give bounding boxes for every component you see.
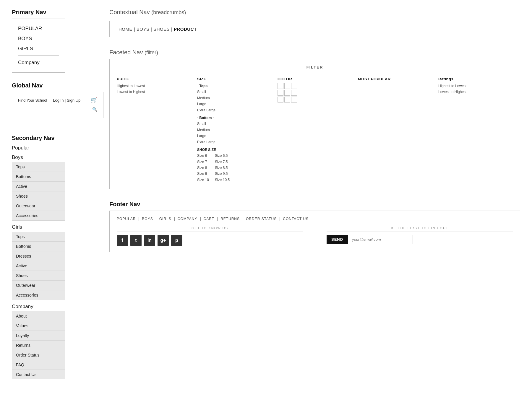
googleplus-icon[interactable]: g+ <box>158 235 169 246</box>
shoe-10-5[interactable]: Size 10.5 <box>215 177 230 183</box>
tops-small[interactable]: Small <box>197 89 272 95</box>
search-icon[interactable]: 🔍 <box>92 107 97 112</box>
color-swatch-4[interactable] <box>278 90 283 96</box>
shoe-9[interactable]: Size 9 <box>197 171 209 177</box>
secondary-nav-girls-accessories[interactable]: Accessories <box>12 290 65 300</box>
footer-nav-section: Footer Nav POPULAR BOYS GIRLS COMPANY CA… <box>109 201 520 252</box>
shoe-size-label: SHOE SIZE <box>197 147 272 153</box>
secondary-nav-girls-active[interactable]: Active <box>12 261 65 271</box>
tops-large[interactable]: Large <box>197 101 272 107</box>
color-swatch-9[interactable] <box>291 97 297 102</box>
secondary-nav-popular-header: Popular <box>12 145 65 151</box>
global-nav-title: Global Nav <box>12 82 100 89</box>
secondary-nav-about[interactable]: About <box>12 311 65 321</box>
secondary-nav-boys-tops[interactable]: Tops <box>12 162 65 172</box>
secondary-nav-boys-active[interactable]: Active <box>12 182 65 191</box>
shoe-6[interactable]: Size 6 <box>197 153 209 159</box>
secondary-nav-title: Secondary Nav <box>12 135 100 141</box>
contextual-nav-section: Contextual Nav (breadcrumbs) HOME | BOYS… <box>109 9 520 37</box>
linkedin-icon[interactable]: in <box>144 235 155 246</box>
bottom-small[interactable]: Small <box>197 121 272 127</box>
ratings-header: Ratings <box>438 77 513 81</box>
breadcrumb-shoes[interactable]: SHOES <box>153 27 170 32</box>
breadcrumb-home[interactable]: HOME <box>119 27 132 32</box>
bottom-medium[interactable]: Medium <box>197 127 272 133</box>
bottom-xlarge[interactable]: Extra Large <box>197 139 272 145</box>
email-input[interactable] <box>348 235 413 244</box>
price-lowest[interactable]: Lowest to Highest <box>117 89 191 95</box>
facebook-icon[interactable]: f <box>117 235 128 246</box>
color-swatch-3[interactable] <box>291 83 297 89</box>
footer-nav-title: Footer Nav <box>109 201 520 208</box>
ratings-lowest[interactable]: Lowest to Highest <box>438 89 513 95</box>
color-swatch-7[interactable] <box>278 97 283 102</box>
footer-link-girls[interactable]: GIRLS <box>156 217 175 221</box>
secondary-nav-boys-header: Boys <box>12 154 65 160</box>
secondary-nav-returns[interactable]: Returns <box>12 341 65 350</box>
secondary-nav-section: Secondary Nav Popular Boys Tops Bottoms … <box>12 135 100 379</box>
primary-nav-company[interactable]: Company <box>18 58 59 68</box>
color-swatch-8[interactable] <box>284 97 290 102</box>
twitter-icon[interactable]: t <box>130 235 142 246</box>
footer-link-contact-us[interactable]: CONTACT US <box>280 217 312 221</box>
secondary-nav-loyalty[interactable]: Loyalty <box>12 331 65 341</box>
secondary-nav-company-header: Company <box>12 304 65 310</box>
primary-nav-section: Primary Nav POPULAR BOYS GIRLS Company <box>12 9 100 73</box>
color-swatch-6[interactable] <box>291 90 297 96</box>
secondary-nav-girls-outerwear[interactable]: Outerwear <box>12 281 65 290</box>
secondary-nav-girls-tops[interactable]: Tops <box>12 232 65 242</box>
primary-nav-girls[interactable]: GIRLS <box>18 44 59 54</box>
shoe-7-5[interactable]: Size 7.5 <box>215 159 230 165</box>
footer-link-boys[interactable]: BOYS <box>139 217 156 221</box>
shoe-8[interactable]: Size 8 <box>197 165 209 171</box>
faceted-box: FILTER PRICE Highest to Lowest Lowest to… <box>109 59 520 189</box>
faceted-color-col: COLOR <box>278 77 352 102</box>
find-school-link[interactable]: Find Your School <box>18 98 47 102</box>
tops-medium[interactable]: Medium <box>197 95 272 101</box>
secondary-nav-girls-shoes[interactable]: Shoes <box>12 271 65 281</box>
faceted-nav-title: Faceted Nav (filter) <box>109 49 520 56</box>
color-swatch-5[interactable] <box>284 90 290 96</box>
shoe-9-5[interactable]: Size 9.5 <box>215 171 230 177</box>
secondary-nav-boys-bottoms[interactable]: Bottoms <box>12 172 65 182</box>
shoe-6-5[interactable]: Size 6.5 <box>215 153 230 159</box>
footer-link-returns[interactable]: RETURNS <box>218 217 243 221</box>
footer-link-company[interactable]: COMPANY <box>175 217 201 221</box>
faceted-cols: PRICE Highest to Lowest Lowest to Highes… <box>117 77 513 183</box>
shoe-8-5[interactable]: Size 8.5 <box>215 165 230 171</box>
primary-nav-popular[interactable]: POPULAR <box>18 24 59 34</box>
secondary-nav-values[interactable]: Values <box>12 321 65 331</box>
primary-nav-boys[interactable]: BOYS <box>18 34 59 44</box>
tops-xlarge[interactable]: Extra Large <box>197 107 272 113</box>
shoe-10[interactable]: Size 10 <box>197 177 209 183</box>
color-swatch-2[interactable] <box>284 83 290 89</box>
secondary-nav-girls-dresses[interactable]: Dresses <box>12 251 65 261</box>
global-nav-top: Find Your School Log In | Sign Up 🛒 <box>18 97 97 103</box>
send-button[interactable]: SEND <box>327 235 348 244</box>
faceted-popular-col: MOST POPULAR <box>358 77 432 83</box>
pinterest-icon[interactable]: p <box>171 235 182 246</box>
footer-link-order-status[interactable]: ORDER STATUS <box>243 217 280 221</box>
faceted-nav-section: Faceted Nav (filter) FILTER PRICE Highes… <box>109 49 520 189</box>
color-swatch-1[interactable] <box>278 83 283 89</box>
secondary-nav-contact-us[interactable]: Contact Us <box>12 370 65 379</box>
faceted-price-col: PRICE Highest to Lowest Lowest to Highes… <box>117 77 191 95</box>
secondary-nav-boys-shoes[interactable]: Shoes <box>12 191 65 201</box>
shoe-7[interactable]: Size 7 <box>197 159 209 165</box>
footer-link-cart[interactable]: CART <box>201 217 218 221</box>
ratings-highest[interactable]: Highest to Lowest <box>438 83 513 89</box>
footer-link-popular[interactable]: POPULAR <box>117 217 139 221</box>
secondary-nav-boys-outerwear[interactable]: Outerwear <box>12 201 65 211</box>
breadcrumb-boys[interactable]: BOYS <box>137 27 150 32</box>
price-highest[interactable]: Highest to Lowest <box>117 83 191 89</box>
secondary-nav-order-status[interactable]: Order Status <box>12 350 65 360</box>
breadcrumb-sep-3: | <box>171 27 174 32</box>
search-input[interactable] <box>18 107 83 112</box>
bottom-large[interactable]: Large <box>197 133 272 139</box>
secondary-nav-girls-header: Girls <box>12 224 65 230</box>
secondary-nav-boys-accessories[interactable]: Accessories <box>12 211 65 221</box>
auth-link[interactable]: Log In | Sign Up <box>53 98 80 102</box>
cart-icon[interactable]: 🛒 <box>91 97 97 103</box>
secondary-nav-faq[interactable]: FAQ <box>12 360 65 370</box>
secondary-nav-girls-bottoms[interactable]: Bottoms <box>12 242 65 251</box>
